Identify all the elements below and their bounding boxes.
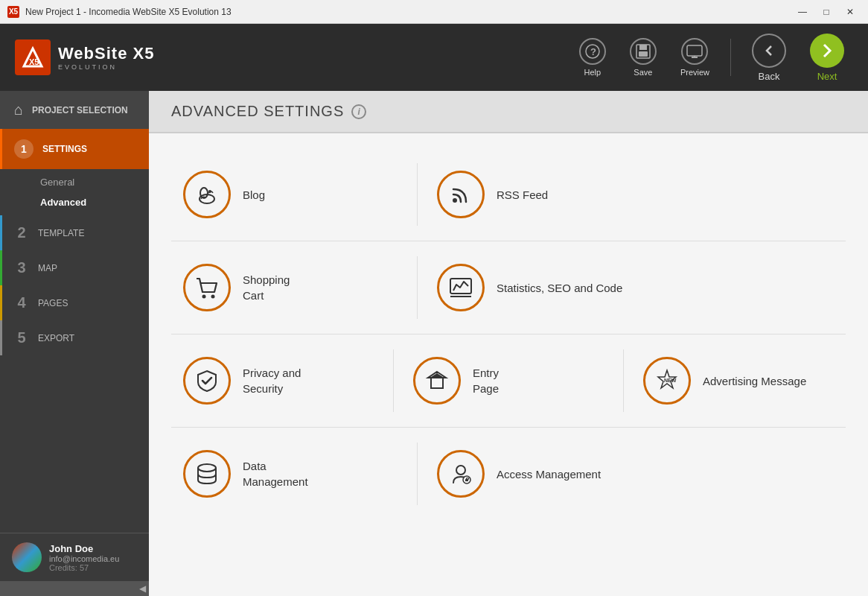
tile-access-management[interactable]: Access Management — [425, 443, 663, 505]
svg-point-23 — [456, 466, 465, 475]
access-management-label: Access Management — [497, 466, 601, 482]
sidebar-nav: ⌂ PROJECT SELECTION 1 SETTINGS General A… — [0, 91, 149, 533]
home-label: PROJECT SELECTION — [32, 105, 128, 115]
privacy-label: Privacy andSecurity — [243, 365, 301, 396]
svg-text:NEW: NEW — [664, 378, 677, 383]
rss-icon — [437, 171, 485, 218]
settings-subnav: General Advanced — [0, 169, 149, 215]
separator — [417, 256, 418, 319]
tile-shopping-cart[interactable]: ShoppingCart — [171, 256, 409, 319]
tile-entry-page[interactable]: EntryPage — [401, 349, 616, 412]
tile-privacy[interactable]: Privacy andSecurity — [171, 349, 386, 412]
preview-button[interactable]: Preview — [671, 34, 718, 81]
statistics-icon — [437, 264, 485, 311]
svg-rect-7 — [687, 45, 702, 56]
tiles-row-0: Blog RSS Feed — [171, 148, 846, 241]
tile-data-management[interactable]: DataManagement — [171, 443, 409, 505]
toolbar-divider — [730, 39, 731, 76]
settings-label: SETTINGS — [42, 144, 87, 154]
pages-label: PAGES — [38, 298, 68, 308]
subnav-general[interactable]: General — [12, 172, 149, 192]
svg-point-14 — [453, 198, 457, 203]
svg-rect-6 — [639, 51, 648, 57]
toolbar: X5 WebSite X5 EVOLUTION ? Help Save — [0, 24, 868, 91]
sidebar-item-project-selection[interactable]: ⌂ PROJECT SELECTION — [0, 91, 149, 129]
advertising-icon: NEW — [643, 357, 691, 405]
subnav-advanced[interactable]: Advanced — [12, 192, 149, 212]
access-management-icon — [437, 450, 485, 498]
preview-icon — [681, 38, 708, 65]
sidebar-item-pages[interactable]: 4 PAGES — [0, 285, 149, 320]
sidebar-item-template[interactable]: 2 TEMPLATE — [0, 215, 149, 250]
sidebar-collapse-button[interactable]: ◀ — [0, 581, 149, 596]
user-area: John Doe info@incomedia.eu Credits: 57 — [0, 533, 149, 581]
svg-text:X5: X5 — [29, 57, 39, 66]
separator — [393, 349, 394, 412]
step-num-1: 1 — [14, 139, 33, 159]
maximize-button[interactable]: □ — [816, 4, 837, 19]
app-container: X5 WebSite X5 EVOLUTION ? Help Save — [0, 24, 868, 596]
tile-advertising[interactable]: NEW Advertising Message — [631, 349, 846, 412]
sidebar-item-settings[interactable]: 1 SETTINGS — [0, 129, 149, 169]
separator — [417, 443, 418, 505]
logo-text: WebSite X5 EVOLUTION — [58, 44, 154, 71]
tiles-container: Blog RSS Feed — [149, 133, 868, 535]
tile-blog[interactable]: Blog — [171, 163, 409, 226]
user-info: John Doe info@incomedia.eu Credits: 57 — [49, 543, 119, 572]
statistics-label: Statistics, SEO and Code — [497, 280, 622, 296]
sidebar-item-map[interactable]: 3 MAP — [0, 250, 149, 285]
window-title: New Project 1 - Incomedia WebSite X5 Evo… — [25, 7, 792, 17]
content-area: ⌂ PROJECT SELECTION 1 SETTINGS General A… — [0, 91, 868, 596]
separator — [417, 163, 418, 226]
main-content: ADVANCED SETTINGS i — [149, 91, 868, 596]
back-button[interactable]: Back — [743, 29, 795, 86]
tile-rss[interactable]: RSS Feed — [425, 163, 663, 226]
close-button[interactable]: ✕ — [840, 4, 861, 19]
data-management-label: DataManagement — [243, 458, 308, 489]
svg-point-22 — [198, 464, 216, 472]
help-icon: ? — [579, 38, 606, 65]
entry-page-icon — [413, 357, 461, 405]
blog-icon — [183, 171, 231, 218]
sidebar-item-export[interactable]: 5 EXPORT — [0, 320, 149, 355]
avatar — [12, 542, 42, 572]
next-icon — [810, 34, 844, 68]
tiles-row-1: ShoppingCart Statistics, SEO and Code — [171, 241, 846, 335]
user-credits: Credits: 57 — [49, 563, 119, 572]
minimize-button[interactable]: — — [792, 4, 813, 19]
user-name: John Doe — [49, 543, 119, 554]
info-icon[interactable]: i — [351, 104, 366, 119]
tile-statistics[interactable]: Statistics, SEO and Code — [425, 256, 663, 319]
blog-label: Blog — [243, 187, 265, 203]
logo-icon: X5 — [15, 39, 51, 75]
collapse-icon: ◀ — [139, 583, 146, 594]
shopping-cart-label: ShoppingCart — [243, 272, 290, 303]
brand-sub: EVOLUTION — [58, 63, 154, 71]
back-icon — [752, 34, 786, 68]
home-icon: ⌂ — [14, 101, 23, 118]
export-label: EXPORT — [38, 333, 74, 343]
brand-name: WebSite X5 — [58, 44, 154, 63]
privacy-icon — [183, 357, 231, 405]
titlebar: X5 New Project 1 - Incomedia WebSite X5 … — [0, 0, 868, 24]
save-button[interactable]: Save — [621, 34, 666, 81]
advertising-label: Advertising Message — [703, 373, 806, 389]
tiles-row-2: Privacy andSecurity EntryPage — [171, 335, 846, 428]
page-header: ADVANCED SETTINGS i — [149, 91, 868, 133]
svg-rect-5 — [639, 45, 647, 50]
toolbar-actions: ? Help Save Preview Bac — [570, 29, 853, 86]
svg-point-15 — [202, 295, 206, 299]
app-icon: X5 — [7, 6, 19, 18]
svg-point-16 — [211, 295, 215, 299]
help-button[interactable]: ? Help — [570, 34, 615, 81]
sidebar: ⌂ PROJECT SELECTION 1 SETTINGS General A… — [0, 91, 149, 596]
entry-page-label: EntryPage — [473, 365, 499, 396]
logo-area: X5 WebSite X5 EVOLUTION — [15, 39, 154, 75]
window-controls: — □ ✕ — [792, 4, 861, 19]
next-button[interactable]: Next — [801, 29, 853, 86]
user-email: info@incomedia.eu — [49, 554, 119, 563]
svg-text:?: ? — [590, 46, 596, 57]
tiles-row-3: DataManagement — [171, 428, 846, 520]
rss-label: RSS Feed — [497, 187, 548, 203]
save-icon — [630, 38, 657, 65]
